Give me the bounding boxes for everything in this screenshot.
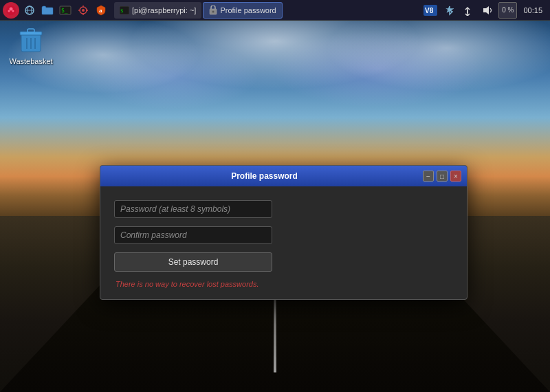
- svg-text:$_: $_: [61, 8, 68, 14]
- dialog-titlebar: Profile password − □ ×: [100, 166, 467, 186]
- network-icon[interactable]: [460, 2, 475, 19]
- svg-point-3: [12, 10, 14, 12]
- dialog-close-button[interactable]: ×: [450, 171, 461, 182]
- taskbar-left: $_ a: [0, 2, 111, 19]
- taskbar-profile-label: Profile password: [220, 6, 276, 14]
- dialog-overlay: Profile password − □ ×: [0, 0, 550, 392]
- terminal-icon-button[interactable]: $_: [58, 3, 73, 18]
- taskbar-profile-window[interactable]: Profile password: [203, 2, 282, 19]
- volume-icon[interactable]: [479, 2, 494, 19]
- svg-point-19: [212, 10, 214, 12]
- svg-text:V8: V8: [425, 7, 434, 14]
- maximize-icon: □: [440, 173, 444, 180]
- set-password-button[interactable]: Set password: [114, 252, 272, 272]
- raspberry-button[interactable]: [3, 2, 19, 19]
- taskbar-terminal-label: [pi@raspberrypi: ~]: [132, 6, 196, 14]
- desktop: $_ a: [0, 0, 550, 392]
- dialog-minimize-button[interactable]: −: [423, 171, 434, 182]
- dialog-title: Profile password: [106, 171, 423, 181]
- dialog-maximize-button[interactable]: □: [437, 171, 448, 182]
- battery-percent: 0 %: [502, 6, 514, 14]
- svg-text:$: $: [120, 8, 123, 14]
- globe-icon-button[interactable]: [22, 3, 37, 18]
- warning-text: There is no way to recover lost password…: [114, 280, 453, 288]
- svg-point-1: [10, 7, 13, 10]
- svg-point-10: [82, 9, 85, 12]
- password-input[interactable]: [114, 200, 272, 218]
- close-icon: ×: [454, 173, 458, 180]
- vnc-icon[interactable]: V8: [421, 2, 439, 19]
- dialog-controls: − □ ×: [423, 171, 461, 182]
- dialog-content: Set password There is no way to recover …: [100, 186, 467, 299]
- svg-point-2: [8, 10, 10, 12]
- taskbar-terminal-window[interactable]: $ [pi@raspberrypi: ~]: [114, 2, 201, 19]
- taskbar: $_ a: [0, 0, 550, 21]
- clock[interactable]: 00:15: [521, 2, 544, 19]
- taskbar-apps: $ [pi@raspberrypi: ~] Profile password: [111, 2, 285, 19]
- bluetooth-icon[interactable]: [443, 2, 456, 19]
- settings-icon-button[interactable]: [76, 3, 91, 18]
- time-display: 00:15: [523, 6, 542, 14]
- svg-marker-24: [483, 6, 489, 14]
- set-password-label: Set password: [168, 257, 219, 267]
- battery-indicator[interactable]: 0 %: [498, 2, 517, 19]
- minimize-icon: −: [426, 173, 430, 180]
- svg-text:a: a: [99, 7, 102, 14]
- taskbar-systray: V8: [416, 2, 550, 19]
- folder-icon-button[interactable]: [40, 3, 55, 18]
- confirm-password-input[interactable]: [114, 226, 272, 244]
- security-icon-button[interactable]: a: [94, 3, 109, 18]
- profile-password-dialog: Profile password − □ ×: [100, 165, 468, 300]
